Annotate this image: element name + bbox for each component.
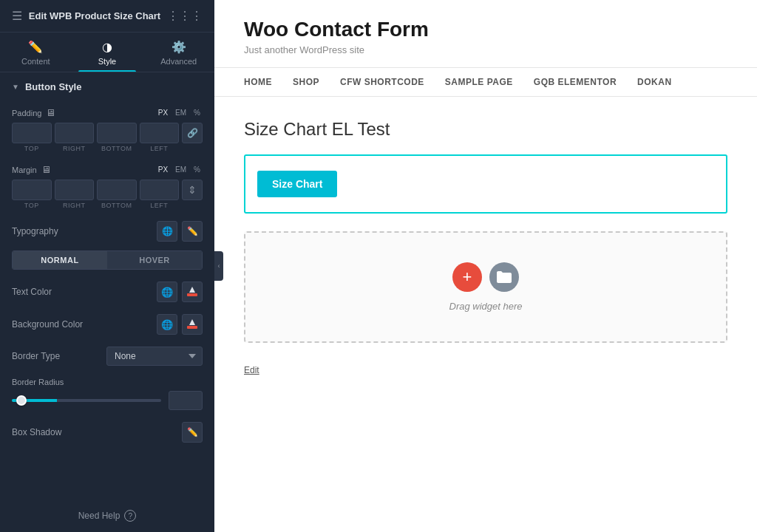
site-tagline: Just another WordPress site: [244, 44, 727, 55]
globe-btn-typography[interactable]: 🌐: [157, 221, 177, 242]
padding-bottom-input[interactable]: [97, 123, 137, 143]
border-type-label: Border Type: [12, 351, 106, 361]
border-radius-slider[interactable]: [12, 399, 161, 402]
color-picker-btn-bg[interactable]: [182, 314, 203, 335]
background-color-row: Background Color 🌐: [0, 308, 214, 341]
percent-unit[interactable]: %: [191, 108, 203, 117]
padding-unit-switcher: PX EM %: [156, 108, 203, 117]
size-chart-box: Size Chart: [244, 154, 727, 214]
padding-top-label: TOP: [12, 145, 52, 152]
margin-inputs: ⇕: [12, 180, 203, 200]
padding-input-group: [12, 123, 179, 143]
page-title: Size Chart EL Test: [244, 119, 727, 140]
typography-actions: 🌐 ✏️: [157, 221, 203, 242]
typography-label: Typography: [12, 226, 157, 236]
folder-icon: [497, 271, 512, 283]
margin-box-labels: TOP RIGHT BOTTOM LEFT: [12, 202, 203, 209]
add-widget-btn[interactable]: +: [452, 262, 482, 292]
text-color-label: Text Color: [12, 287, 157, 297]
typography-row: Typography 🌐 ✏️: [0, 215, 214, 248]
bg-color-swatch-icon: [186, 318, 198, 330]
svg-rect-0: [187, 293, 197, 296]
panel-title: Edit WPB Product Size Chart: [29, 10, 160, 21]
tab-style-label: Style: [98, 57, 116, 66]
hamburger-icon[interactable]: ☰: [12, 9, 22, 23]
section-title: Button Style: [25, 81, 82, 92]
nav-shop[interactable]: SHOP: [293, 77, 319, 87]
tab-style[interactable]: ◑ Style: [72, 33, 143, 72]
site-nav: HOME SHOP CFW SHORTCODE SAMPLE PAGE GQB …: [214, 67, 757, 97]
border-radius-row: Border Radius 3: [0, 372, 214, 416]
box-shadow-edit-btn[interactable]: ✏️: [182, 422, 203, 443]
drag-widget-text: Drag widget here: [449, 301, 523, 312]
tab-bar: ✏️ Content ◑ Style ⚙️ Advanced: [0, 33, 214, 72]
padding-bottom-label: BOTTOM: [97, 145, 137, 152]
folder-btn[interactable]: [489, 262, 519, 292]
edit-btn-typography[interactable]: ✏️: [182, 221, 203, 242]
border-type-row: Border Type None Solid Dashed Dotted Dou…: [0, 341, 214, 372]
margin-monitor-icon: 🖥: [41, 164, 51, 175]
box-shadow-row: Box Shadow ✏️: [0, 416, 214, 449]
border-radius-value[interactable]: 3: [169, 391, 203, 410]
padding-link-btn[interactable]: 🔗: [182, 123, 203, 143]
globe-btn-bg-color[interactable]: 🌐: [157, 314, 177, 335]
padding-right-input[interactable]: [55, 123, 95, 143]
site-main: Size Chart EL Test Size Chart + Drag wid…: [214, 97, 757, 398]
nav-home[interactable]: HOME: [244, 77, 272, 87]
top-bar: ☰ Edit WPB Product Size Chart ⋮⋮⋮: [0, 0, 214, 33]
padding-top-input[interactable]: [12, 123, 52, 143]
normal-btn[interactable]: NORMAL: [13, 251, 107, 269]
tab-content-label: Content: [21, 57, 50, 66]
padding-box-labels: TOP RIGHT BOTTOM LEFT: [12, 145, 203, 152]
globe-btn-text-color[interactable]: 🌐: [157, 282, 177, 302]
tab-advanced[interactable]: ⚙️ Advanced: [143, 33, 214, 72]
monitor-icon: 🖥: [46, 107, 55, 118]
tab-content[interactable]: ✏️ Content: [0, 33, 72, 72]
edit-link[interactable]: Edit: [244, 365, 727, 375]
padding-right-label: RIGHT: [55, 145, 95, 152]
margin-em-unit[interactable]: EM: [173, 165, 189, 174]
margin-top-input[interactable]: [12, 180, 52, 200]
panel-footer[interactable]: Need Help ?: [0, 499, 214, 532]
box-shadow-label: Box Shadow: [12, 427, 182, 437]
style-icon: ◑: [102, 40, 112, 54]
margin-bottom-label: BOTTOM: [97, 202, 137, 209]
svg-rect-1: [187, 326, 197, 329]
margin-right-label: RIGHT: [55, 202, 95, 209]
margin-input-group: [12, 180, 179, 200]
nav-dokan[interactable]: DOKAN: [637, 77, 672, 87]
help-icon[interactable]: ?: [124, 510, 136, 522]
margin-label-row: Margin 🖥 PX EM %: [12, 164, 203, 175]
grid-icon[interactable]: ⋮⋮⋮: [167, 9, 203, 23]
nav-sample-page[interactable]: SAMPLE PAGE: [445, 77, 513, 87]
margin-link-btn[interactable]: ⇕: [182, 180, 203, 200]
border-type-select[interactable]: None Solid Dashed Dotted Double: [106, 347, 203, 366]
site-title: Woo Contact Form: [244, 18, 727, 41]
advanced-icon: ⚙️: [172, 40, 186, 54]
hover-btn[interactable]: HOVER: [107, 251, 202, 269]
text-color-actions: 🌐: [157, 282, 203, 302]
arrow-icon: ▼: [12, 83, 19, 91]
site-frame: Woo Contact Form Just another WordPress …: [214, 0, 757, 532]
margin-percent-unit[interactable]: %: [191, 165, 203, 174]
margin-right-input[interactable]: [55, 180, 95, 200]
section-header-button-style[interactable]: ▼ Button Style: [0, 72, 214, 101]
site-header: Woo Contact Form Just another WordPress …: [214, 0, 757, 67]
margin-left-input[interactable]: [140, 180, 180, 200]
padding-left-input[interactable]: [140, 123, 180, 143]
margin-row: Margin 🖥 PX EM % ⇕: [0, 158, 214, 215]
widget-drop-zone: + Drag widget here: [244, 231, 727, 343]
nav-cfw-shortcode[interactable]: CFW SHORTCODE: [340, 77, 424, 87]
padding-inputs: 🔗: [12, 123, 203, 143]
margin-bottom-input[interactable]: [97, 180, 137, 200]
margin-px-unit[interactable]: PX: [156, 165, 170, 174]
padding-row: Padding 🖥 PX EM % 🔗 TOP RIGH: [0, 101, 214, 158]
nav-gqb-elementor[interactable]: GQB ELEMENTOR: [534, 77, 617, 87]
text-color-row: Text Color 🌐: [0, 276, 214, 308]
size-chart-button[interactable]: Size Chart: [257, 171, 337, 197]
need-help-text: Need Help: [78, 511, 120, 521]
collapse-handle[interactable]: ‹: [214, 251, 223, 281]
color-picker-btn-text[interactable]: [182, 282, 203, 302]
px-unit[interactable]: PX: [156, 108, 170, 117]
em-unit[interactable]: EM: [173, 108, 189, 117]
